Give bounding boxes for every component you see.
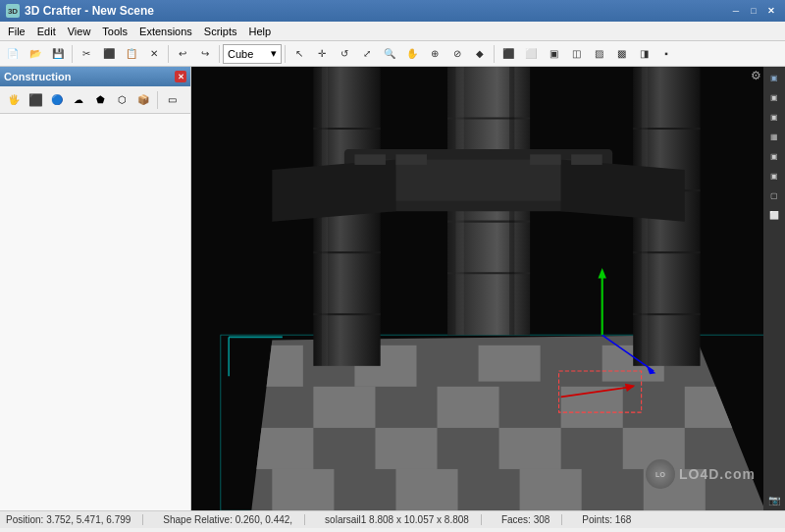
panel-shape-tool[interactable]: ⬟ <box>90 90 110 110</box>
lo4d-watermark: LO LO4D.com <box>646 459 756 489</box>
menu-help[interactable]: Help <box>242 24 277 39</box>
separator-5 <box>494 45 495 63</box>
status-bar: Position: 3.752, 5.471, 6.799 Shape Rela… <box>0 510 785 528</box>
viewport-gear-icon[interactable]: ⚙ <box>751 69 761 82</box>
redo-button[interactable]: ↪ <box>194 43 216 65</box>
main-toolbar: 📄 📂 💾 ✂ ⬛ 📋 ✕ ↩ ↪ Cube ▾ ↖ ✛ ↺ ⤢ 🔍 ✋ ⊕ ⊘… <box>0 41 785 67</box>
svg-rect-10 <box>375 428 437 469</box>
undo-button[interactable]: ↩ <box>172 43 193 65</box>
position-status: Position: 3.752, 5.471, 6.799 <box>6 514 143 525</box>
vp-btn-7[interactable]: ▢ <box>765 186 783 204</box>
rotate-tool[interactable]: ↺ <box>334 43 355 65</box>
shape-status: solarsail1 8.808 x 10.057 x 8.808 <box>325 514 482 525</box>
copy-button[interactable]: ⬛ <box>98 43 120 65</box>
vp-btn-3[interactable]: ▣ <box>765 108 783 126</box>
svg-rect-19 <box>520 469 582 510</box>
construction-panel: Construction ✕ 🖐 ⬛ 🔵 ☁ ⬟ ⬡ 📦 ▭ <box>0 67 191 510</box>
panel-sep <box>157 91 158 109</box>
render-7[interactable]: ◨ <box>633 43 654 65</box>
svg-marker-46 <box>272 160 395 222</box>
menu-extensions[interactable]: Extensions <box>133 24 198 39</box>
render-3[interactable]: ▣ <box>543 43 564 65</box>
scene-canvas <box>191 67 763 510</box>
separator-1 <box>72 45 73 63</box>
title-bar: 3D 3D Crafter - New Scene ─ □ ✕ <box>0 0 785 22</box>
svg-rect-49 <box>395 154 427 165</box>
separator-4 <box>285 45 286 63</box>
svg-rect-48 <box>354 154 386 165</box>
svg-rect-23 <box>479 346 541 382</box>
panel-cloud-tool[interactable]: ☁ <box>69 90 88 110</box>
svg-rect-50 <box>530 154 561 165</box>
panel-rect-tool[interactable]: ▭ <box>162 90 182 110</box>
title-bar-left: 3D 3D Crafter - New Scene <box>6 4 154 18</box>
menu-tools[interactable]: Tools <box>96 24 133 39</box>
paste-button[interactable]: 📋 <box>121 43 142 65</box>
3d-viewport[interactable]: ⚙ <box>191 67 785 510</box>
svg-rect-13 <box>313 387 375 428</box>
delete-button[interactable]: ✕ <box>143 43 165 65</box>
open-button[interactable]: 📂 <box>25 43 46 65</box>
menu-bar: File Edit View Tools Extensions Scripts … <box>0 22 785 41</box>
render-6[interactable]: ▩ <box>610 43 632 65</box>
close-button[interactable]: ✕ <box>763 4 779 18</box>
lo4d-text: LO4D.com <box>679 466 756 482</box>
panel-group-tool[interactable]: 📦 <box>133 90 153 110</box>
render-1[interactable]: ⬛ <box>497 43 519 65</box>
vp-btn-5[interactable]: ▣ <box>765 147 783 165</box>
lo4d-logo-icon: LO <box>646 459 675 489</box>
vp-btn-1[interactable]: ▣ <box>765 69 783 86</box>
panel-hex-tool[interactable]: ⬡ <box>112 90 131 110</box>
menu-edit[interactable]: Edit <box>31 24 62 39</box>
construction-title: Construction <box>4 71 71 82</box>
vp-btn-2[interactable]: ▣ <box>765 88 783 106</box>
separator-3 <box>219 45 220 63</box>
menu-scripts[interactable]: Scripts <box>198 24 243 39</box>
window-controls[interactable]: ─ □ ✕ <box>728 4 779 18</box>
render-2[interactable]: ⬜ <box>520 43 542 65</box>
render-4[interactable]: ◫ <box>565 43 587 65</box>
render-5[interactable]: ▨ <box>588 43 609 65</box>
svg-rect-14 <box>438 387 499 428</box>
select-tool[interactable]: ↖ <box>288 43 310 65</box>
panel-content <box>0 114 190 510</box>
panel-toolbar: 🖐 ⬛ 🔵 ☁ ⬟ ⬡ 📦 ▭ <box>0 86 190 114</box>
svg-rect-18 <box>395 469 457 510</box>
window-title: 3D Crafter - New Scene <box>25 4 154 18</box>
pan-tool[interactable]: ✋ <box>401 43 423 65</box>
panel-sphere-tool[interactable]: 🔵 <box>47 90 67 110</box>
relative-status: Shape Relative: 0.260, 0.442, <box>163 514 305 525</box>
shape-dropdown[interactable]: Cube ▾ <box>223 44 282 64</box>
new-button[interactable]: 📄 <box>2 43 24 65</box>
shape-dropdown-value: Cube <box>228 48 253 60</box>
camera-icon[interactable]: 📷 <box>765 491 783 508</box>
svg-rect-17 <box>272 469 334 510</box>
points-status: Points: 168 <box>582 514 643 525</box>
app-icon: 3D <box>6 4 20 18</box>
svg-rect-51 <box>571 154 602 165</box>
render-8[interactable]: ▪ <box>655 43 677 65</box>
vp-btn-4[interactable]: ▦ <box>765 128 783 145</box>
move-tool[interactable]: ✛ <box>311 43 333 65</box>
panel-close-button[interactable]: ✕ <box>175 71 186 82</box>
panel-cube-tool[interactable]: ⬛ <box>26 90 45 110</box>
minimize-button[interactable]: ─ <box>728 4 744 18</box>
save-button[interactable]: 💾 <box>47 43 69 65</box>
vp-btn-6[interactable]: ▣ <box>765 167 783 185</box>
eyedrop-tool[interactable]: ⊘ <box>446 43 468 65</box>
chevron-down-icon: ▾ <box>271 47 277 60</box>
zoom-tool[interactable]: 🔍 <box>379 43 400 65</box>
orbit-tool[interactable]: ⊕ <box>424 43 445 65</box>
svg-marker-47 <box>561 160 685 222</box>
separator-2 <box>168 45 169 63</box>
panel-hand-tool[interactable]: 🖐 <box>4 90 24 110</box>
menu-file[interactable]: File <box>2 24 31 39</box>
restore-button[interactable]: □ <box>746 4 761 18</box>
cut-button[interactable]: ✂ <box>76 43 97 65</box>
paint-tool[interactable]: ◆ <box>469 43 491 65</box>
vp-btn-8[interactable]: ⬜ <box>765 206 783 224</box>
scale-tool[interactable]: ⤢ <box>356 43 378 65</box>
menu-view[interactable]: View <box>62 24 97 39</box>
main-area: Construction ✕ 🖐 ⬛ 🔵 ☁ ⬟ ⬡ 📦 ▭ ⚙ <box>0 67 785 510</box>
svg-rect-45 <box>365 160 592 201</box>
